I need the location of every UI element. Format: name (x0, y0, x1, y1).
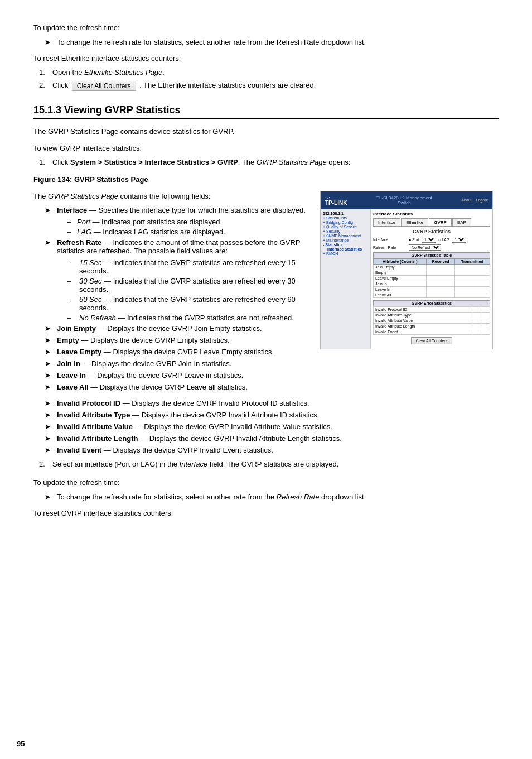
device-refresh-label: Refresh Rate (373, 246, 407, 249)
device-stats-table-title: GVRP Statistics Table (373, 252, 490, 258)
field-refresh-30: –30 Sec — Indicates that the GVRP statis… (67, 277, 309, 294)
step2: 2. Click Clear All Counters . The Etherl… (39, 81, 499, 91)
field-leave-in: ➤ Leave In — Displays the device GVRP Le… (45, 371, 309, 380)
field-leave-all: ➤ Leave All — Displays the device GVRP L… (45, 383, 309, 391)
device-port-radio[interactable]: ● Port (409, 238, 419, 242)
field-interface-port: –Port — Indicates port statistics are di… (67, 218, 309, 226)
device-body: 192.168.1.1 + System Info + Bridging Con… (321, 209, 492, 349)
device-port-select[interactable]: 1 (422, 237, 436, 243)
section-title: 15.1.3 Viewing GVRP Statistics (33, 104, 499, 119)
field-invalid-attr-length: ➤ Invalid Attribute Length — Displays th… (45, 434, 499, 443)
sidebar-statistics[interactable]: - Statistics (323, 243, 368, 247)
sidebar-maintenance[interactable]: + Maintenance (323, 238, 368, 242)
th-received: Received (427, 258, 454, 264)
device-stats-table: Attribute (Counter) Received Transmitted… (373, 258, 490, 298)
text-column: The GVRP Statistics Page contains the fo… (33, 191, 309, 395)
field-empty: ➤ Empty — Displays the device GVRP Empty… (45, 336, 309, 344)
table-row: Leave Empty (374, 275, 490, 281)
device-sidebar: 192.168.1.1 + System Info + Bridging Con… (321, 209, 371, 349)
tab-interface[interactable]: Interface (373, 218, 400, 226)
tab-eap[interactable]: EAP (452, 218, 471, 226)
outro-refresh-label: To update the refresh time: (33, 477, 499, 488)
view-step1: 1. Click System > Statistics > Interface… (39, 158, 499, 166)
device-about[interactable]: About (461, 198, 471, 202)
sidebar-security[interactable]: + Security (323, 229, 368, 233)
device-error-title: GVRP Error Statistics (373, 300, 490, 306)
field-join-in: ➤ Join In — Displays the device GVRP Joi… (45, 359, 309, 368)
tab-etherlike[interactable]: Etherlike (401, 218, 428, 226)
field-invalid-attr-value: ➤ Invalid Attribute Value — Displays the… (45, 422, 499, 431)
field-refresh-15: –15 Sec — Indicates that the GVRP statis… (67, 258, 309, 275)
error-row: Invalid Attribute Type (374, 312, 490, 318)
page-content: To update the refresh time: ➤ To change … (33, 22, 499, 518)
table-row: Leave In (374, 286, 490, 292)
sidebar-qos[interactable]: + Quality of Service (323, 225, 368, 229)
error-row: Invalid Event (374, 329, 490, 334)
device-main: Interface Statistics Interface Etherlike… (371, 209, 492, 349)
field-refresh-rate: ➤ Refresh Rate — Indicates the amount of… (45, 238, 309, 255)
device-header-links: About Logout (461, 198, 488, 202)
device-screenshot: ·.· TP-LINK TL-SL3428 L2 Management Swit… (320, 191, 493, 349)
field-interface: ➤ Interface — Specifies the interface ty… (45, 206, 309, 214)
table-row: Join In (374, 281, 490, 286)
outro-reset-label: To reset GVRP interface statistics count… (33, 508, 499, 519)
device-error-table: Invalid Protocol ID Invalid Attribute Ty… (373, 306, 490, 335)
th-attribute: Attribute (Counter) (374, 258, 427, 264)
gvrp-intro: The GVRP Statistics Page contains device… (33, 126, 499, 137)
figure-label: Figure 134: GVRP Statistics Page (33, 174, 499, 185)
field-join-empty: ➤ Join Empty — Displays the device GVRP … (45, 324, 309, 333)
sidebar-system[interactable]: + System Info (323, 216, 368, 220)
device-refresh-row: Refresh Rate No Refresh 15 Sec 30 Sec 60… (373, 244, 490, 251)
device-figure: ·.· TP-LINK TL-SL3428 L2 Management Swit… (320, 191, 499, 395)
nav-path: System > Statistics > Interface Statisti… (70, 158, 238, 166)
field-leave-empty: ➤ Leave Empty — Displays the device GVRP… (45, 348, 309, 356)
field-invalid-protocol-id: ➤ Invalid Protocol ID — Displays the dev… (45, 399, 499, 407)
device-section-header: Interface Statistics (373, 212, 490, 217)
field-refresh-no: –No Refresh — Indicates that the GVRP st… (67, 314, 309, 322)
refresh-bullet: ➤ To change the refresh rate for statist… (45, 38, 499, 46)
device-logo-dots: ·.· (325, 195, 347, 200)
table-row: Empty (374, 270, 490, 275)
field-refresh-60: –60 Sec — Indicates that the GVRP statis… (67, 295, 309, 312)
field-invalid-event: ➤ Invalid Event — Displays the device GV… (45, 446, 499, 454)
table-row: Leave All (374, 292, 490, 297)
sidebar-rmon[interactable]: + RMON (323, 252, 368, 256)
device-model: TL-SL3428 L2 Management Switch (376, 195, 432, 205)
outro-refresh-bullet: ➤ To change the refresh rate for statist… (45, 493, 499, 501)
error-row: Invalid Attribute Value (374, 318, 490, 323)
page-number: 95 (17, 739, 25, 748)
sidebar-bridging[interactable]: + Bridging Config (323, 220, 368, 224)
device-header: ·.· TP-LINK TL-SL3428 L2 Management Swit… (321, 191, 492, 209)
view-steps-label: To view GVRP interface statistics: (33, 143, 499, 154)
sidebar-snmp[interactable]: + SNMP Management (323, 234, 368, 238)
remaining-fields: ➤ Invalid Protocol ID — Displays the dev… (33, 399, 499, 454)
table-row: Join Empty (374, 264, 490, 270)
field-interface-lag: –LAG — Indicates LAG statistics are disp… (67, 228, 309, 236)
arrow-icon: ➤ (45, 38, 55, 46)
gvrp-step2: 2. Select an interface (Port or LAG) in … (39, 460, 499, 468)
content-with-figure: The GVRP Statistics Page contains the fo… (33, 191, 499, 395)
device-refresh-select[interactable]: No Refresh 15 Sec 30 Sec 60 Sec (409, 244, 441, 251)
etherlike-page-link: Etherlike Statistics Page (84, 68, 162, 76)
device-lag-select[interactable]: 1 (452, 237, 466, 243)
device-interface-row: Interface ● Port 1 ○ LAG 1 (373, 237, 490, 243)
th-transmitted: Transmitted (454, 258, 490, 264)
device-tabs: Interface Etherlike GVRP EAP (373, 218, 490, 227)
device-clear-counters-btn[interactable]: Clear All Counters (411, 337, 452, 344)
field-invalid-attr-type: ➤ Invalid Attribute Type — Displays the … (45, 411, 499, 419)
device-lag-radio[interactable]: ○ LAG (438, 238, 449, 242)
reset-etherlike-label: To reset Etherlike interface statistics … (33, 53, 499, 64)
sidebar-ip[interactable]: 192.168.1.1 (323, 212, 368, 215)
step1: 1. Open the Etherlike Statistics Page. (39, 68, 499, 76)
error-row: Invalid Attribute Length (374, 323, 490, 329)
device-interface-label: Interface (373, 238, 407, 242)
tab-gvrp[interactable]: GVRP (429, 218, 452, 226)
sidebar-interface-stats[interactable]: Interface Statistics (323, 247, 368, 251)
device-logo-text: TP-LINK (325, 200, 347, 206)
device-logout[interactable]: Logout (476, 198, 488, 202)
device-gvrp-title: GVRP Statistics (373, 229, 490, 234)
clear-all-counters-button[interactable]: Clear All Counters (72, 81, 136, 91)
refresh-update-label: To update the refresh time: (33, 22, 499, 33)
error-row: Invalid Protocol ID (374, 306, 490, 312)
